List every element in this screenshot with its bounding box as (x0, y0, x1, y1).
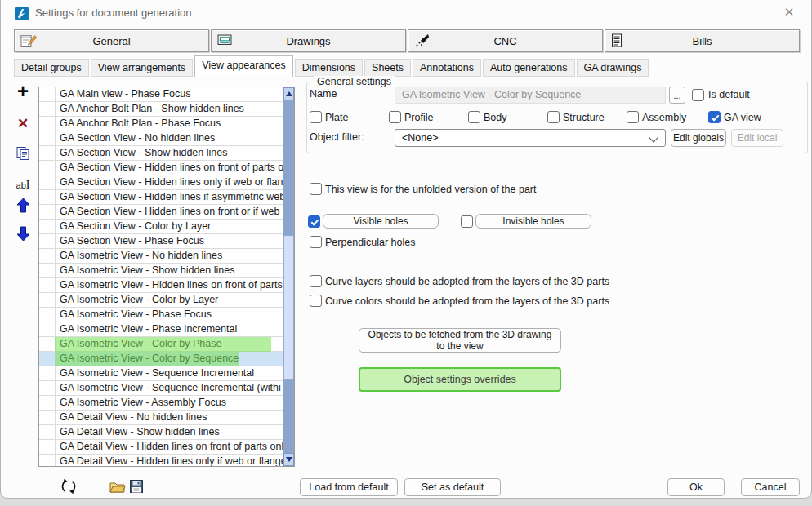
tab-drawings[interactable]: Drawings (211, 29, 406, 52)
row-label: GA Main view - Phase Focus (56, 87, 283, 101)
list-item[interactable]: GA Isometric View - Show hidden lines (39, 264, 283, 278)
list-item[interactable]: GA Isometric View - No hidden lines (39, 249, 283, 264)
body-checkbox[interactable] (468, 111, 480, 123)
list-item[interactable]: GA Section View - Hidden lines on front … (39, 161, 283, 175)
browse-button[interactable]: ... (669, 87, 685, 104)
unfolded-checkbox[interactable] (310, 183, 322, 195)
tab-bills[interactable]: Bills (605, 29, 800, 52)
list-item[interactable]: GA Anchor Bolt Plan - Show hidden lines (39, 102, 283, 117)
close-icon[interactable]: ✕ (777, 2, 801, 23)
unfolded-label: This view is for the unfolded version of… (325, 184, 536, 195)
row-gutter (39, 249, 56, 263)
name-field[interactable]: GA Isometric View - Color by Sequence (395, 87, 666, 104)
list-item[interactable]: GA Detail View - Hidden lines only if we… (39, 455, 283, 467)
ok-button[interactable]: Ok (667, 478, 725, 496)
list-item[interactable]: GA Section View - Hidden lines if asymme… (39, 190, 283, 205)
list-item[interactable]: GA Isometric View - Phase Incremental (39, 322, 283, 337)
ga-view-checkbox[interactable] (708, 111, 721, 123)
move-down-button[interactable] (14, 226, 32, 245)
is-default-checkbox[interactable] (692, 89, 704, 101)
list-item[interactable]: GA Isometric View - Color by Phase (39, 337, 283, 352)
visible-holes-button[interactable]: Visible holes (323, 214, 439, 229)
plate-checkbox[interactable] (310, 111, 322, 123)
view-appearance-list[interactable]: GA Main view - Phase Focus GA Anchor Bol… (38, 87, 295, 467)
curve-layers-checkbox[interactable] (310, 275, 322, 287)
row-gutter (39, 161, 56, 175)
cancel-button[interactable]: Cancel (741, 478, 800, 496)
row-gutter (39, 175, 56, 189)
fetch-objects-button[interactable]: Objects to be fetched from the 3D drawin… (359, 328, 561, 353)
list-item[interactable]: GA Isometric View - Assembly Focus (39, 396, 283, 411)
profile-checkbox[interactable] (389, 111, 401, 123)
list-item[interactable]: GA Isometric View - Color by Layer (39, 293, 283, 308)
list-item[interactable]: GA Isometric View - Phase Focus (39, 308, 283, 322)
row-label: GA Section View - Hidden lines only if w… (56, 175, 283, 189)
visible-holes-checkbox[interactable] (308, 215, 320, 228)
list-item[interactable]: GA Section View - Phase Focus (39, 234, 283, 249)
save-file-button[interactable] (130, 480, 143, 496)
copy-view-button[interactable] (14, 146, 32, 164)
structure-checkbox[interactable] (547, 111, 560, 123)
load-from-default-button[interactable]: Load from default (300, 478, 398, 496)
list-scrollbar[interactable] (283, 87, 294, 466)
perpendicular-holes-checkbox[interactable] (310, 236, 322, 248)
edit-globals-button[interactable]: Edit globals (671, 129, 726, 147)
list-item[interactable]: GA Section View - Hidden lines on front … (39, 205, 283, 220)
list-item[interactable]: GA Isometric View - Color by Sequence (39, 352, 283, 366)
tab-bills-label: Bills (605, 35, 799, 47)
row-gutter (39, 366, 56, 380)
tab-general[interactable]: General (14, 29, 209, 52)
tab-detail-groups[interactable]: Detail groups (14, 59, 89, 77)
add-view-button[interactable]: + (14, 82, 32, 100)
curve-colors-checkbox[interactable] (310, 295, 322, 307)
list-item[interactable]: GA Section View - No hidden lines (39, 131, 283, 146)
row-gutter (39, 322, 56, 336)
row-label: GA Anchor Bolt Plan - Phase Focus (56, 117, 283, 131)
move-up-button[interactable] (14, 198, 32, 216)
delete-view-button[interactable]: ✕ (14, 115, 32, 132)
list-item[interactable]: GA Detail View - No hidden lines (39, 411, 283, 425)
edit-local-button[interactable]: Edit local (731, 129, 783, 147)
tab-auto-generations[interactable]: Auto generations (483, 59, 575, 77)
list-item[interactable]: GA Isometric View - Sequence Incremental… (39, 381, 283, 396)
scroll-up-icon[interactable] (283, 87, 294, 100)
set-as-default-button[interactable]: Set as default (404, 478, 501, 496)
tab-drawings-label: Drawings (212, 35, 405, 47)
refresh-button[interactable] (60, 478, 77, 498)
open-folder-icon (109, 481, 126, 493)
list-item[interactable]: GA Detail View - Show hidden lines (39, 425, 283, 440)
row-label: GA Section View - Color by Layer (56, 220, 283, 233)
is-default-label: Is default (708, 89, 750, 100)
app-logo-icon (15, 7, 29, 20)
assembly-label: Assembly (642, 112, 686, 123)
object-filter-select[interactable]: <None> (395, 129, 666, 147)
list-item[interactable]: GA Anchor Bolt Plan - Phase Focus (39, 117, 283, 131)
row-gutter (39, 146, 56, 160)
tab-view-appearances[interactable]: View appearances (194, 55, 293, 77)
row-label: GA Section View - Hidden lines on front … (56, 161, 283, 175)
tab-annotations[interactable]: Annotations (413, 59, 481, 77)
list-item[interactable]: GA Isometric View - Sequence Incremental (39, 366, 283, 381)
tab-view-arrangements[interactable]: View arrangements (91, 59, 193, 77)
list-item[interactable]: GA Detail View - Hidden lines on front o… (39, 440, 283, 455)
tab-ga-drawings[interactable]: GA drawings (577, 59, 649, 77)
window-title: Settings for document generation (35, 7, 192, 19)
scrollbar-thumb[interactable] (283, 235, 294, 380)
tab-cnc[interactable]: CNC (408, 29, 603, 52)
list-item[interactable]: GA Main view - Phase Focus (39, 87, 283, 102)
row-label: GA Section View - Show hidden lines (56, 146, 283, 160)
tab-sheets[interactable]: Sheets (364, 59, 411, 77)
tab-general-label: General (15, 35, 208, 47)
rename-view-button[interactable]: abI (14, 179, 32, 192)
assembly-checkbox[interactable] (627, 111, 639, 123)
tab-dimensions[interactable]: Dimensions (295, 59, 363, 77)
scroll-down-icon[interactable] (283, 453, 294, 466)
list-item[interactable]: GA Isometric View - Hidden lines on fron… (39, 278, 283, 293)
invisible-holes-checkbox[interactable] (461, 215, 473, 228)
load-file-button[interactable] (109, 481, 126, 496)
invisible-holes-button[interactable]: Invisible holes (475, 214, 591, 229)
list-item[interactable]: GA Section View - Color by Layer (39, 220, 283, 234)
object-settings-overrides-button[interactable]: Object settings overrides (359, 367, 561, 392)
list-item[interactable]: GA Section View - Hidden lines only if w… (39, 175, 283, 190)
list-item[interactable]: GA Section View - Show hidden lines (39, 146, 283, 161)
